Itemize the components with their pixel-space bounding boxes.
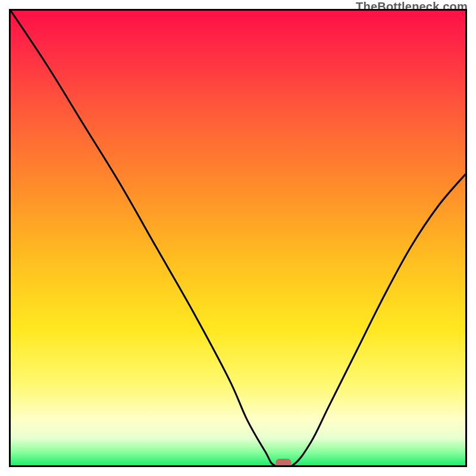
plot-area — [9, 9, 467, 467]
bottleneck-curve — [11, 11, 465, 465]
chart-stage: TheBottleneck.com — [0, 0, 476, 476]
optimal-marker — [275, 459, 291, 465]
bottleneck-curve-svg — [11, 11, 465, 465]
